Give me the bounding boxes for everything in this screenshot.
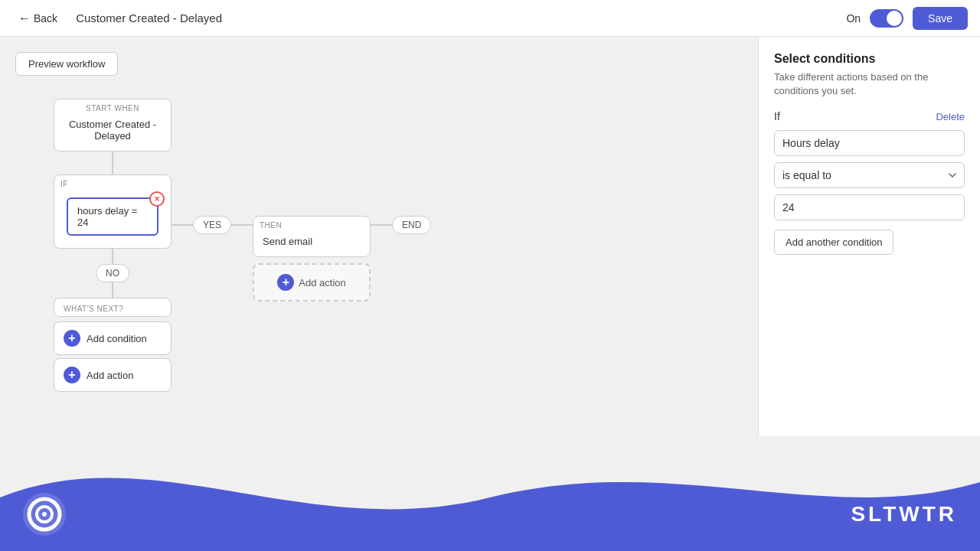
- toggle-label: On: [846, 12, 861, 24]
- then-node[interactable]: THEN Send email: [253, 216, 371, 257]
- end-badge: END: [392, 216, 431, 234]
- add-action-then-label: Add action: [299, 277, 345, 289]
- if-then-row: IF hours delay = 24 × NO: [54, 174, 431, 392]
- no-line-top: [112, 249, 113, 264]
- svg-point-3: [42, 512, 47, 517]
- whats-next-node: WHAT'S NEXT?: [54, 298, 172, 317]
- workflow-nodes: START WHEN Customer Created - Delayed IF…: [15, 91, 743, 392]
- no-line-bottom: [112, 282, 113, 298]
- start-node-label: START WHEN: [54, 99, 171, 112]
- if-label: IF: [54, 175, 171, 188]
- add-action-then-plus-icon: +: [277, 274, 294, 291]
- whats-next-label: WHAT'S NEXT?: [54, 298, 171, 316]
- back-label: Back: [34, 12, 57, 24]
- yes-badge: YES: [193, 216, 231, 234]
- add-action-then-button[interactable]: + Add action: [253, 263, 371, 302]
- back-button[interactable]: ← Back: [12, 8, 64, 28]
- h-line-end: [371, 224, 392, 226]
- side-panel: Select conditions Take different actions…: [758, 37, 980, 436]
- bottom-content: SLTWTR: [23, 493, 957, 536]
- preview-workflow-button[interactable]: Preview workflow: [15, 52, 118, 76]
- panel-if-label: If: [774, 110, 780, 122]
- back-arrow-icon: ←: [18, 11, 31, 25]
- start-node-container: START WHEN Customer Created - Delayed: [54, 99, 172, 174]
- add-action-plus-icon: +: [64, 367, 80, 383]
- yes-connector: YES: [172, 216, 253, 234]
- connector-line-1: [112, 152, 113, 174]
- condition-box[interactable]: hours delay = 24 ×: [67, 197, 158, 236]
- start-node-content: Customer Created - Delayed: [54, 112, 171, 151]
- delete-condition-link[interactable]: Delete: [936, 111, 965, 122]
- add-action-whats-next-button[interactable]: + Add action: [54, 358, 172, 392]
- then-block: THEN Send email + Add action: [253, 216, 371, 302]
- condition-wrapper: hours delay = 24 ×: [54, 188, 171, 248]
- h-line-yes-right: [231, 224, 253, 226]
- remove-condition-button[interactable]: ×: [149, 191, 165, 207]
- active-toggle[interactable]: [870, 9, 903, 28]
- panel-title: Select conditions: [774, 52, 965, 66]
- panel-if-row: If Delete: [774, 110, 965, 122]
- add-condition-button[interactable]: + Add condition: [54, 321, 172, 355]
- condition-operator-select[interactable]: is equal to is not equal to is greater t…: [774, 162, 965, 188]
- brand-logo-icon: [23, 493, 66, 536]
- header: ← Back Customer Created - Delayed On Sav…: [0, 0, 980, 37]
- bottom-section: SLTWTR: [0, 436, 980, 551]
- start-node[interactable]: START WHEN Customer Created - Delayed: [54, 99, 172, 152]
- if-block: IF hours delay = 24 × NO: [54, 174, 172, 392]
- send-email-action: Send email: [253, 230, 370, 256]
- main-content: Preview workflow START WHEN Customer Cre…: [0, 37, 980, 436]
- then-label: THEN: [253, 217, 370, 230]
- brand-name: SLTWTR: [851, 502, 957, 527]
- condition-text: hours delay = 24: [77, 205, 137, 228]
- workflow-canvas: Preview workflow START WHEN Customer Cre…: [0, 37, 758, 436]
- page-title: Customer Created - Delayed: [76, 11, 834, 24]
- panel-description: Take different actions based on the cond…: [774, 70, 965, 98]
- h-line-yes-left: [172, 224, 193, 226]
- add-condition-label: Add condition: [87, 333, 147, 344]
- add-another-condition-button[interactable]: Add another condition: [774, 230, 893, 255]
- if-node[interactable]: IF hours delay = 24 ×: [54, 174, 172, 249]
- condition-value-input[interactable]: [774, 194, 965, 220]
- condition-field-input[interactable]: [774, 130, 965, 156]
- add-condition-plus-icon: +: [64, 330, 80, 347]
- header-controls: On Save: [846, 7, 968, 30]
- end-connector: END: [371, 216, 431, 234]
- no-badge: NO: [96, 264, 129, 282]
- save-button[interactable]: Save: [913, 7, 968, 30]
- add-action-whats-next-label: Add action: [87, 370, 133, 381]
